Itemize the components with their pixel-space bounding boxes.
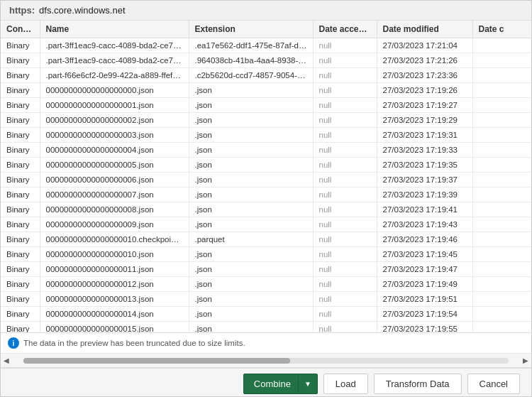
- col-header-content: Content: [1, 21, 40, 38]
- table-cell: 27/03/2023 17:19:49: [377, 277, 472, 292]
- table-cell: Binary: [1, 247, 40, 262]
- table-cell: .part-f66e6cf2-0e99-422a-a889-ffefaacaf5…: [40, 68, 189, 83]
- table-cell: [472, 143, 531, 158]
- table-cell: 27/03/2023 17:23:36: [377, 68, 472, 83]
- table-cell: 27/03/2023 17:19:29: [377, 113, 472, 128]
- table-cell: .part-3ff1eac9-cacc-4089-bda2-ce77da9b36…: [40, 38, 189, 53]
- table-cell: .json: [189, 247, 313, 262]
- table-cell: [472, 83, 531, 98]
- url-value: dfs.core.windows.net: [39, 5, 125, 16]
- table-cell: null: [313, 187, 377, 202]
- table-cell: 00000000000000000003.json: [40, 128, 189, 143]
- table-cell: Binary: [1, 113, 40, 128]
- table-cell: 00000000000000000006.json: [40, 173, 189, 187]
- table-cell: [472, 98, 531, 113]
- table-cell: 00000000000000000013.json: [40, 292, 189, 307]
- table-cell: .c2b5620d-ccd7-4857-9054-bb826d79604b: [189, 68, 313, 83]
- table-cell: 27/03/2023 17:19:31: [377, 128, 472, 143]
- table-cell: .json: [189, 128, 313, 143]
- table-cell: Binary: [1, 277, 40, 292]
- table-cell: .parquet: [189, 232, 313, 247]
- table-cell: Binary: [1, 98, 40, 113]
- transform-data-button[interactable]: Transform Data: [374, 374, 462, 394]
- info-message: The data in the preview has been truncat…: [23, 339, 245, 347]
- table-cell: 00000000000000000002.json: [40, 113, 189, 128]
- title-bar: https: dfs.core.windows.net: [1, 1, 531, 21]
- table-cell: null: [313, 38, 377, 53]
- info-icon: i: [8, 337, 19, 349]
- table-cell: .json: [189, 98, 313, 113]
- table-cell: 00000000000000000005.json: [40, 158, 189, 173]
- table-cell: 00000000000000000007.json: [40, 187, 189, 202]
- table-cell: [472, 292, 531, 307]
- table-cell: Binary: [1, 158, 40, 173]
- table-cell: Binary: [1, 262, 40, 277]
- table-cell: 00000000000000000014.json: [40, 307, 189, 322]
- table-container: Content Name Extension Date accessed Dat…: [1, 21, 531, 333]
- table-cell: .json: [189, 158, 313, 173]
- table-row: Binary00000000000000000002.json.jsonnull…: [1, 113, 531, 128]
- table-row: Binary00000000000000000001.json.jsonnull…: [1, 98, 531, 113]
- table-cell: Binary: [1, 53, 40, 68]
- table-cell: Binary: [1, 38, 40, 53]
- horizontal-scrollbar[interactable]: ◀ ▶: [1, 354, 531, 368]
- table-cell: [472, 277, 531, 292]
- table-cell: 27/03/2023 17:19:55: [377, 322, 472, 334]
- table-cell: null: [313, 83, 377, 98]
- table-cell: 27/03/2023 17:21:04: [377, 38, 472, 53]
- cancel-button[interactable]: Cancel: [467, 374, 520, 394]
- scrollbar-thumb[interactable]: [23, 358, 290, 364]
- info-bar: i The data in the preview has been trunc…: [1, 333, 531, 354]
- table-cell: null: [313, 202, 377, 217]
- combine-button-group[interactable]: Combine ▼: [243, 374, 318, 394]
- table-cell: 00000000000000000000.json: [40, 83, 189, 98]
- table-cell: Binary: [1, 322, 40, 334]
- combine-button-label[interactable]: Combine: [244, 374, 298, 393]
- table-cell: 27/03/2023 17:19:47: [377, 262, 472, 277]
- table-cell: null: [313, 262, 377, 277]
- table-cell: 00000000000000000001.json: [40, 98, 189, 113]
- table-cell: Binary: [1, 187, 40, 202]
- table-row: Binary.part-f66e6cf2-0e99-422a-a889-ffef…: [1, 68, 531, 83]
- table-cell: null: [313, 158, 377, 173]
- table-cell: .json: [189, 322, 313, 334]
- table-cell: .json: [189, 143, 313, 158]
- table-row: Binary.part-3ff1eac9-cacc-4089-bda2-ce77…: [1, 53, 531, 68]
- table-row: Binary00000000000000000007.json.jsonnull…: [1, 187, 531, 202]
- table-cell: 27/03/2023 17:19:51: [377, 292, 472, 307]
- scroll-left-arrow[interactable]: ◀: [4, 357, 9, 364]
- table-cell: .json: [189, 173, 313, 187]
- table-row: Binary00000000000000000005.json.jsonnull…: [1, 158, 531, 173]
- table-row: Binary00000000000000000011.json.jsonnull…: [1, 262, 531, 277]
- combine-dropdown-arrow[interactable]: ▼: [298, 376, 317, 392]
- table-cell: [472, 173, 531, 187]
- table-cell: 27/03/2023 17:19:41: [377, 202, 472, 217]
- table-cell: 27/03/2023 17:19:35: [377, 158, 472, 173]
- table-cell: 00000000000000000009.json: [40, 217, 189, 232]
- table-cell: Binary: [1, 307, 40, 322]
- table-cell: 00000000000000000008.json: [40, 202, 189, 217]
- load-button[interactable]: Load: [323, 374, 368, 394]
- footer-bar: Combine ▼ Load Transform Data Cancel: [1, 368, 531, 397]
- table-row: Binary00000000000000000015.json.jsonnull…: [1, 322, 531, 334]
- table-cell: 27/03/2023 17:19:37: [377, 173, 472, 187]
- table-cell: null: [313, 217, 377, 232]
- table-cell: [472, 68, 531, 83]
- table-cell: [472, 217, 531, 232]
- table-header-row: Content Name Extension Date accessed Dat…: [1, 21, 531, 38]
- table-cell: null: [313, 232, 377, 247]
- col-header-date-c: Date c: [472, 21, 531, 38]
- table-cell: 27/03/2023 17:19:54: [377, 307, 472, 322]
- table-cell: .ea17e562-ddf1-475e-87af-d60c0ebc64e4: [189, 38, 313, 53]
- table-cell: Binary: [1, 143, 40, 158]
- table-cell: [472, 187, 531, 202]
- table-cell: null: [313, 277, 377, 292]
- table-cell: [472, 232, 531, 247]
- table-cell: .json: [189, 83, 313, 98]
- scrollbar-track[interactable]: [23, 358, 509, 364]
- scroll-right-arrow[interactable]: ▶: [523, 357, 528, 364]
- table-cell: Binary: [1, 217, 40, 232]
- table-cell: null: [313, 53, 377, 68]
- table-cell: [472, 113, 531, 128]
- table-row: Binary00000000000000000010.json.jsonnull…: [1, 247, 531, 262]
